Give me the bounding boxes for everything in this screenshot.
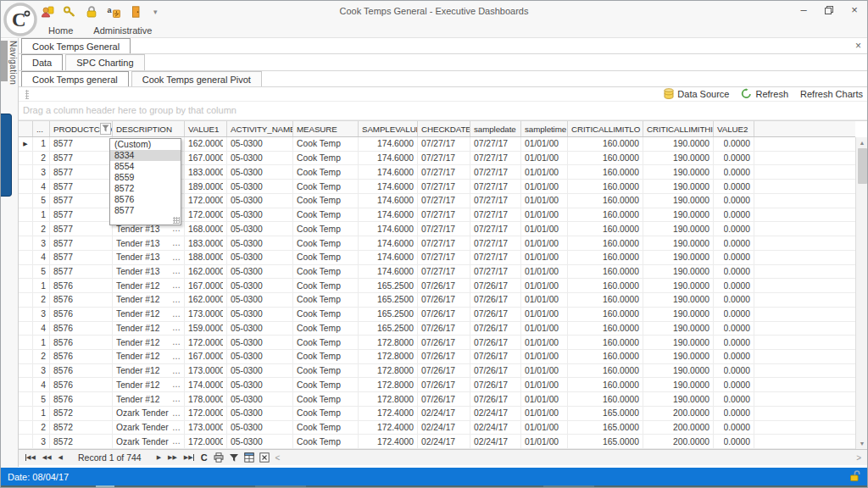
column-header-VALUE1[interactable]: VALUE1: [185, 121, 227, 136]
filter-dropdown-item[interactable]: 8554: [110, 161, 181, 172]
refresh-charts-button[interactable]: Refresh Charts: [800, 89, 863, 99]
dropdown-resize-grip[interactable]: [173, 217, 180, 224]
cell-MEASURE: Cook Temp: [293, 392, 359, 406]
export-icon[interactable]: [257, 452, 272, 463]
unlock-icon[interactable]: [849, 469, 860, 484]
scroll-up-icon[interactable]: ▲: [860, 137, 865, 148]
description-ellipsis-button[interactable]: …: [172, 255, 181, 260]
group-by-panel[interactable]: Drag a column header here to group by th…: [19, 102, 868, 120]
table-row[interactable]: 48576Tender #12…174.000005-0300Cook Temp…: [19, 378, 855, 392]
column-header-MEASURE[interactable]: MEASURE: [293, 121, 359, 136]
nav-first-button[interactable]: ◀◀: [22, 453, 39, 462]
column-header-sampledate[interactable]: sampledate: [470, 121, 521, 136]
close-document-icon[interactable]: ×: [855, 40, 861, 52]
description-ellipsis-button[interactable]: …: [172, 283, 181, 288]
toolbar-drag-grip[interactable]: [25, 90, 29, 99]
table-row[interactable]: 28576Tender #12…167.000005-0300Cook Temp…: [19, 350, 855, 364]
column-filter-icon[interactable]: [100, 123, 111, 135]
table-row[interactable]: 38576Tender #12…173.000005-0300Cook Temp…: [19, 364, 855, 379]
filter-dropdown-item[interactable]: (Custom): [110, 139, 181, 150]
description-ellipsis-button[interactable]: …: [172, 369, 181, 374]
description-ellipsis-button[interactable]: …: [172, 226, 181, 231]
tab-spc-charting[interactable]: SPC Charting: [65, 54, 144, 70]
description-ellipsis-button[interactable]: …: [172, 269, 181, 274]
description-ellipsis-button[interactable]: …: [172, 325, 181, 330]
ribbon-tab-home[interactable]: Home: [48, 25, 73, 36]
column-header-DESCRIPTION[interactable]: DESCRIPTION: [113, 121, 185, 136]
description-ellipsis-button[interactable]: …: [172, 354, 181, 359]
navigation-pin-handle[interactable]: [1, 114, 12, 197]
nav-next-page-button[interactable]: ▶▶: [164, 453, 181, 462]
column-header-sampletime[interactable]: sampletime: [521, 121, 568, 136]
restore-button[interactable]: [823, 4, 835, 16]
column-header-seq[interactable]: ...: [33, 121, 50, 136]
description-ellipsis-button[interactable]: …: [172, 297, 181, 302]
table-row[interactable]: 18576Tender #12…167.000005-0300Cook Temp…: [19, 279, 855, 293]
nav-prev-button[interactable]: ◀: [55, 453, 66, 462]
scroll-down-icon[interactable]: ▼: [860, 438, 865, 449]
nav-next-button[interactable]: ▶: [153, 453, 164, 462]
description-ellipsis-button[interactable]: …: [172, 411, 181, 416]
column-header-PRODUCTCODE[interactable]: PRODUCTCODE: [50, 121, 113, 136]
table-row[interactable]: 18572Ozark Tender…172.000005-0300Cook Te…: [19, 407, 855, 421]
column-header-SAMPLEVALUE[interactable]: SAMPLEVALUE: [359, 121, 418, 136]
description-ellipsis-button[interactable]: …: [172, 382, 181, 387]
description-ellipsis-button[interactable]: …: [172, 312, 181, 317]
tab-data[interactable]: Data: [21, 54, 63, 70]
hscroll-right-icon[interactable]: >: [853, 453, 865, 463]
table-row[interactable]: 28576Tender #12…162.000005-0300Cook Temp…: [19, 293, 855, 308]
table-row[interactable]: 18576Tender #12…172.000005-0300Cook Temp…: [19, 336, 855, 350]
nav-last-button[interactable]: ▶▶: [181, 453, 198, 462]
app-logo-icon[interactable]: C: [3, 3, 37, 36]
hscroll-left-icon[interactable]: <: [272, 453, 284, 463]
cell-DESCRIPTION: Tender #12…: [113, 378, 185, 391]
filter-dropdown-item[interactable]: 8576: [110, 194, 181, 205]
cell-indicator: [19, 421, 33, 435]
cell-CRITICALLIMITLO: 160.0000: [568, 165, 643, 179]
description-ellipsis-button[interactable]: …: [172, 425, 181, 430]
description-ellipsis-button[interactable]: …: [172, 396, 181, 402]
print-icon[interactable]: [211, 452, 226, 463]
table-row[interactable]: 58577Tender #13…162.000005-0300Cook Temp…: [19, 265, 855, 280]
table-row[interactable]: 38572Ozark Tender…172.000005-0300Cook Te…: [19, 435, 855, 449]
tab-cook-temps-general-document[interactable]: Cook Temps General: [21, 38, 131, 53]
description-ellipsis-button[interactable]: …: [172, 241, 181, 246]
cell-CRITICALLIMITLO: 160.0000: [568, 350, 643, 363]
column-header-CRITICALLIMITLO[interactable]: CRITICALLIMITLO: [568, 121, 643, 136]
close-button[interactable]: ×: [849, 4, 860, 16]
column-header-CRITICALLIMITHI[interactable]: CRITICALLIMITHI: [643, 121, 714, 136]
tab-cook-temps-general-pivot[interactable]: Cook Temps general Pivot: [131, 71, 262, 86]
refresh-button[interactable]: Refresh: [741, 88, 788, 101]
cell-MEASURE: Cook Temp: [293, 251, 359, 264]
column-chooser-icon[interactable]: [242, 452, 257, 463]
nav-prev-page-button[interactable]: ◀◀: [39, 453, 55, 462]
data-source-button[interactable]: Data Source: [664, 88, 729, 101]
table-row[interactable]: 48577Tender #13…188.000005-0300Cook Temp…: [19, 251, 855, 265]
column-header-ACTIVITY_NAME[interactable]: ACTIVITY_NAME: [227, 121, 293, 136]
tab-cook-temps-general-sheet[interactable]: Cook Temps general: [21, 71, 129, 86]
cell-MEASURE: Cook Temp: [293, 236, 359, 250]
vertical-scrollbar-thumb[interactable]: [858, 148, 867, 184]
nav-refresh-icon[interactable]: C: [198, 452, 211, 463]
column-header-VALUE2[interactable]: VALUE2: [714, 121, 754, 136]
cell-PRODUCTCODE: 8577: [50, 236, 113, 250]
table-row[interactable]: 48576Tender #12…159.000005-0300Cook Temp…: [19, 322, 855, 336]
filter-dropdown-item[interactable]: 8559: [110, 172, 181, 183]
cell-VALUE2: 0.0000: [714, 165, 754, 179]
column-header-CHECKDATE[interactable]: CHECKDATE: [418, 121, 470, 136]
table-row[interactable]: 28572Ozark Tender…173.000005-0300Cook Te…: [19, 421, 855, 435]
description-ellipsis-button[interactable]: …: [172, 439, 181, 444]
navigation-panel-tab[interactable]: Navigation: [8, 41, 18, 108]
filter-dropdown-item[interactable]: 8572: [110, 183, 181, 194]
table-row[interactable]: 38576Tender #12…173.000005-0300Cook Temp…: [19, 308, 855, 322]
cell-seq: 1: [33, 137, 50, 151]
minimize-button[interactable]: –: [798, 4, 810, 16]
filter-icon[interactable]: [226, 453, 242, 463]
filter-dropdown-item[interactable]: 8334: [110, 150, 181, 161]
filter-dropdown-item[interactable]: 8577: [110, 205, 181, 216]
vertical-scrollbar[interactable]: ▲ ▼: [855, 137, 868, 449]
description-ellipsis-button[interactable]: …: [172, 340, 181, 345]
ribbon-tab-administrative[interactable]: Administrative: [93, 25, 152, 36]
table-row[interactable]: 38577Tender #13…183.000005-0300Cook Temp…: [19, 236, 855, 251]
table-row[interactable]: 58576Tender #12…178.000005-0300Cook Temp…: [19, 392, 855, 407]
